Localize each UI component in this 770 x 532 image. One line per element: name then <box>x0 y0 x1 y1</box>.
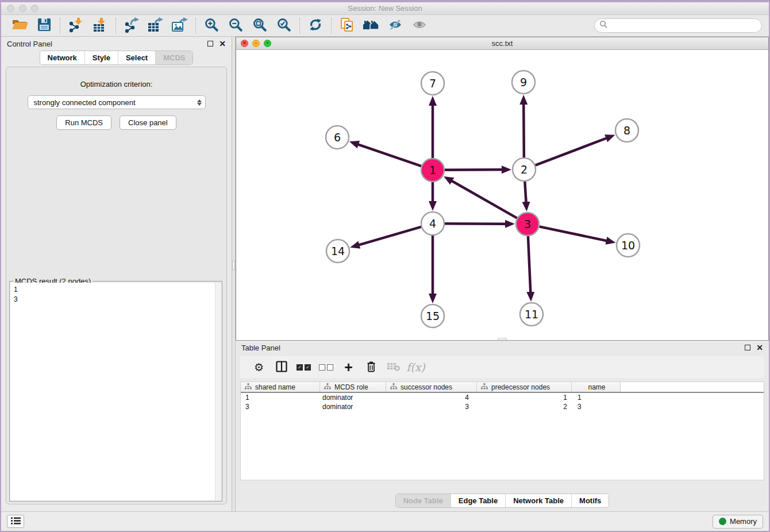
table-row[interactable]: 1dominator411 <box>241 393 764 402</box>
graph-node-15[interactable]: 15 <box>421 304 444 327</box>
vertical-splitter[interactable] <box>232 37 236 511</box>
table-row[interactable]: 3dominator323 <box>241 402 764 411</box>
result-scrollbar[interactable] <box>215 283 221 500</box>
open-session-button[interactable] <box>8 16 32 36</box>
graph-edge-1-2[interactable] <box>445 169 502 170</box>
graph-edge-2-3[interactable] <box>525 182 526 202</box>
zoom-window-button[interactable] <box>31 5 38 12</box>
table-cell: 2 <box>477 403 572 411</box>
table-cell: 4 <box>386 394 477 402</box>
import-network-icon <box>68 17 84 34</box>
network-canvas[interactable]: 7968124314101511 <box>236 50 768 340</box>
table-settings-button[interactable]: ⚙ <box>248 358 270 376</box>
run-mcds-button[interactable]: Run MCDS <box>56 115 111 130</box>
node-table[interactable]: shared nameMCDS rolesuccessor nodesprede… <box>240 381 764 480</box>
tab-network[interactable]: Network <box>40 51 84 64</box>
trash-icon <box>365 360 377 375</box>
unselect-all-columns-button[interactable] <box>315 358 337 376</box>
tab-network-table[interactable]: Network Table <box>505 494 571 507</box>
close-panel-icon[interactable]: ✕ <box>219 40 226 48</box>
export-table-icon <box>147 17 164 34</box>
splitter-grip[interactable] <box>232 261 235 270</box>
column-header-name[interactable]: name <box>572 382 621 392</box>
show-columns-button[interactable] <box>271 358 292 376</box>
graph-edge-4-3[interactable] <box>445 223 506 224</box>
tab-style[interactable]: Style <box>84 51 118 64</box>
search-input[interactable] <box>608 21 757 30</box>
column-header-shared-name[interactable]: shared name <box>241 382 320 392</box>
maximize-network-button[interactable]: + <box>264 40 271 47</box>
graph-node-4[interactable]: 4 <box>421 212 444 235</box>
tab-motifs[interactable]: Motifs <box>571 494 609 507</box>
canvas-splitter-grip[interactable] <box>498 338 507 340</box>
export-table-button[interactable] <box>144 16 168 36</box>
graph-node-2[interactable]: 2 <box>513 158 536 181</box>
float-table-panel-icon[interactable] <box>745 345 750 350</box>
float-panel-icon[interactable] <box>207 41 213 47</box>
graph-node-8[interactable]: 8 <box>615 119 638 142</box>
column-header-predecessor-nodes[interactable]: predecessor nodes <box>477 382 572 392</box>
minimize-network-button[interactable]: − <box>252 40 260 47</box>
hide-selected-button[interactable] <box>383 16 407 36</box>
export-image-button[interactable] <box>168 16 192 36</box>
optimization-criterion-value: strongly connected component <box>34 98 136 107</box>
zoom-selected-icon <box>276 17 291 34</box>
eye-icon <box>411 18 428 33</box>
minimize-window-button[interactable] <box>19 5 26 12</box>
close-network-button[interactable]: ✕ <box>241 40 248 47</box>
export-network-button[interactable] <box>120 16 144 36</box>
clone-network-button[interactable] <box>335 16 359 36</box>
graph-node-6[interactable]: 6 <box>326 126 349 149</box>
graph-edge-2-8[interactable] <box>536 138 607 165</box>
search-field[interactable] <box>594 18 762 33</box>
graph-node-9[interactable]: 9 <box>512 71 535 94</box>
save-session-button[interactable] <box>32 16 56 36</box>
columns-icon <box>276 361 287 374</box>
memory-button[interactable]: Memory <box>713 515 763 529</box>
close-window-button[interactable] <box>7 5 14 12</box>
zoom-selected-button[interactable] <box>272 16 296 36</box>
mcds-result-list[interactable]: 1 3 <box>10 283 215 500</box>
column-header-successor-nodes[interactable]: successor nodes <box>386 382 477 392</box>
graph-edge-3-1[interactable] <box>452 181 517 218</box>
select-all-columns-button[interactable]: ✓✓ <box>293 358 314 376</box>
table-toolbar: ⚙ ✓✓ + <box>240 356 764 378</box>
graph-edge-1-6[interactable] <box>358 144 421 166</box>
node-label: 7 <box>429 77 436 90</box>
graph-edge-3-10[interactable] <box>540 226 607 241</box>
tab-edge-table[interactable]: Edge Table <box>451 494 505 507</box>
graph-edge-2-9[interactable] <box>523 104 524 157</box>
graph-node-10[interactable]: 10 <box>617 234 640 257</box>
graph-edge-4-14[interactable] <box>359 227 421 245</box>
zoom-in-button[interactable] <box>199 16 224 36</box>
graph-node-14[interactable]: 14 <box>326 240 349 263</box>
graph-node-7[interactable]: 7 <box>421 72 444 95</box>
import-network-button[interactable] <box>64 16 88 36</box>
table-header-row: shared nameMCDS rolesuccessor nodesprede… <box>241 382 764 393</box>
network-window-titlebar[interactable]: ✕ − + scc.txt <box>236 37 768 50</box>
zoom-out-button[interactable] <box>224 16 248 36</box>
hierarchy-icon <box>324 383 331 391</box>
function-builder-button[interactable]: f(x) <box>405 358 426 376</box>
graph-node-11[interactable]: 11 <box>520 303 543 326</box>
column-header-MCDS-role[interactable]: MCDS role <box>320 382 386 392</box>
zoom-fit-button[interactable] <box>248 16 272 36</box>
optimization-criterion-select[interactable]: strongly connected component <box>28 95 206 109</box>
tab-select[interactable]: Select <box>118 51 155 64</box>
import-table-button[interactable] <box>88 16 112 36</box>
table-body: 1dominator4113dominator323 <box>241 393 764 411</box>
delete-column-button[interactable] <box>360 358 382 376</box>
home-button[interactable] <box>359 16 383 36</box>
show-hidden-button[interactable] <box>407 16 432 36</box>
tab-node-table[interactable]: Node Table <box>396 494 451 507</box>
create-column-button[interactable]: + <box>338 358 359 376</box>
graph-node-1[interactable]: 1 <box>421 159 444 182</box>
tab-mcds[interactable]: MCDS <box>155 51 192 64</box>
show-log-button[interactable] <box>7 515 24 528</box>
close-panel-button[interactable]: Close panel <box>120 115 176 130</box>
close-table-panel-icon[interactable]: ✕ <box>756 344 763 352</box>
graph-node-3[interactable]: 3 <box>516 213 539 236</box>
graph-edge-3-11[interactable] <box>528 236 530 292</box>
apply-layout-button[interactable] <box>303 16 328 36</box>
delete-table-button[interactable] <box>383 358 404 376</box>
